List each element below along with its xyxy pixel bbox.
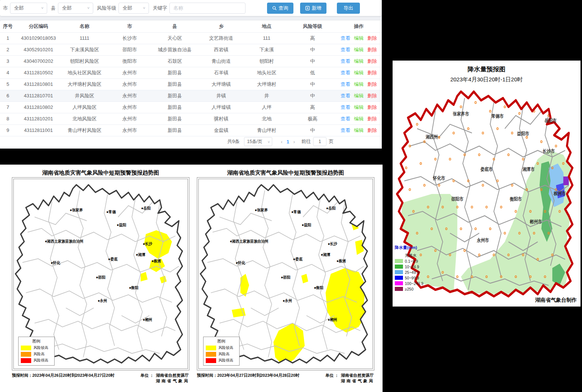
delete-link[interactable]: 删除	[367, 58, 377, 64]
view-link[interactable]: 查看	[341, 58, 350, 64]
legend-label: 25~49.9	[405, 270, 419, 275]
table-cell: 43112810802	[16, 101, 61, 113]
table-cell: 下未溪风险区	[61, 44, 108, 55]
map-city-label: 永州市	[477, 237, 489, 243]
edit-link[interactable]: 编辑	[354, 81, 364, 87]
legend-label: 风险很高	[218, 358, 233, 363]
map-city-label: 益阳市	[517, 131, 529, 136]
city-select[interactable]: 全部 ∨	[10, 3, 47, 14]
table-row: 643112810701井风险区永州市新田县井镇井中查看编辑删除	[0, 90, 381, 101]
view-link[interactable]: 查看	[341, 81, 350, 87]
table-cell: 新田县	[152, 101, 198, 113]
table-cell: 文艺路街道	[198, 32, 244, 44]
table-cell: 中	[289, 44, 336, 55]
trend-map-caption: 预报时间：2023年04月26日20时到2023年04月27日20时 单位 ： …	[12, 373, 189, 384]
legend-label: 10~24.9	[405, 265, 419, 269]
search-icon	[272, 6, 277, 10]
edit-link[interactable]: 编辑	[354, 127, 364, 133]
filter-bar: 市 全部 ∨ 县 全部 ∨ 风险等级 全部 ∨ 关键字 查询	[0, 0, 381, 16]
view-link[interactable]: 查看	[341, 104, 350, 110]
edit-link[interactable]: 编辑	[354, 104, 364, 110]
edit-link[interactable]: 编辑	[354, 58, 364, 64]
keyword-input[interactable]	[169, 3, 246, 14]
goto-page-input[interactable]	[313, 137, 326, 146]
delete-link[interactable]: 删除	[367, 127, 377, 133]
table-cell: 永州市	[108, 78, 152, 90]
page-number[interactable]: 1	[287, 139, 289, 145]
legend-item: 风险很高	[21, 358, 52, 363]
delete-link[interactable]: 删除	[367, 93, 377, 98]
view-link[interactable]: 查看	[341, 47, 350, 52]
col-header-place: 地点	[244, 20, 289, 32]
legend-item: 风险高	[206, 351, 237, 357]
table-cell: 43040700202	[16, 55, 61, 67]
precip-legend-item: 25~49.9	[395, 269, 436, 275]
table-row: 143010290180531111长沙市天心区文艺路街道111高查看编辑删除	[0, 32, 381, 44]
add-button[interactable]: 新增	[300, 3, 326, 14]
table-cell: 朝阳村	[244, 55, 289, 67]
table-cell: 2	[0, 44, 16, 55]
table-cell: 永州市	[108, 124, 152, 136]
county-select[interactable]: 全部 ∨	[58, 3, 93, 14]
delete-link[interactable]: 删除	[367, 47, 377, 52]
col-header-city: 市	[108, 20, 152, 32]
county-filter-label: 县	[51, 5, 56, 12]
export-button[interactable]: 导出	[337, 3, 360, 14]
screen: 市 全部 ∨ 县 全部 ∨ 风险等级 全部 ∨ 关键字 查询	[0, 0, 582, 392]
table-cell: 新田县	[152, 67, 198, 78]
search-button[interactable]: 查询	[267, 3, 293, 14]
risk-legend: 图例 风险较高风险高风险很高	[18, 337, 55, 366]
table-cell: 城步苗族自治县	[152, 44, 198, 55]
edit-link[interactable]: 编辑	[354, 93, 364, 98]
table-cell: 井风险区	[61, 90, 108, 101]
risk-zone-table: 序号 分区编码 名称 市 县 乡 地点 风险等级 操作 143010290180…	[0, 20, 381, 148]
edit-link[interactable]: 编辑	[354, 116, 364, 122]
delete-link[interactable]: 删除	[367, 116, 377, 122]
view-link[interactable]: 查看	[341, 116, 350, 122]
view-link[interactable]: 查看	[341, 127, 350, 133]
table-cell: 111	[244, 32, 289, 44]
view-link[interactable]: 查看	[341, 93, 350, 98]
delete-link[interactable]: 删除	[367, 70, 377, 75]
table-cell: 新田县	[152, 90, 198, 101]
table-cell: 1	[0, 32, 16, 44]
trend-maps-panel: 湖南省地质灾害气象风险中短期预警预报趋势图 ●湘西土家族苗族自治州●张家界●常德…	[0, 165, 383, 392]
delete-link[interactable]: 删除	[367, 35, 377, 41]
next-page-button[interactable]: ›	[293, 139, 295, 145]
legend-swatch	[206, 346, 216, 350]
delete-link[interactable]: 删除	[367, 104, 377, 110]
view-link[interactable]: 查看	[341, 35, 350, 41]
table-cell: 永州市	[108, 113, 152, 124]
page-size-select[interactable]: 15条/页 ∨	[244, 137, 272, 146]
delete-link[interactable]: 删除	[367, 81, 377, 87]
row-actions: 查看编辑删除	[336, 78, 381, 90]
table-cell: 中	[289, 78, 336, 90]
precip-map-subtitle: 2023年4月30日20时-1日20时	[393, 76, 581, 83]
keyword-filter-label: 关键字	[153, 5, 167, 12]
table-cell: 43112810201	[16, 113, 61, 124]
edit-link[interactable]: 编辑	[354, 70, 364, 75]
view-link[interactable]: 查看	[341, 70, 350, 75]
legend-swatch	[395, 281, 403, 285]
legend-label: 0.1~9.9	[405, 259, 418, 263]
legend-swatch	[21, 358, 31, 363]
unit-org-1: 湖南省自然资源厅	[341, 373, 374, 378]
legend-swatch	[206, 358, 216, 363]
risk-select[interactable]: 全部 ∨	[118, 3, 149, 14]
table-cell: 人坪	[244, 101, 289, 113]
edit-link[interactable]: 编辑	[354, 47, 364, 52]
edit-link[interactable]: 编辑	[354, 35, 364, 41]
table-cell: 下未溪	[244, 44, 289, 55]
legend-swatch	[395, 270, 403, 274]
col-header-county: 县	[152, 20, 198, 32]
prev-page-button[interactable]: ‹	[281, 139, 282, 145]
precipitation-panel: 降水量预报图 2023年4月30日20时-1日20时 张家界市常德市岳阳市益阳市…	[393, 61, 581, 307]
table-cell: 6	[0, 90, 16, 101]
table-cell: 高	[289, 101, 336, 113]
table-cell: 中	[289, 55, 336, 67]
table-cell: 新田县	[152, 78, 198, 90]
table-row: 943112811001青山坪村风险区永州市新田县金盆镇青山坪村中查看编辑删除	[0, 124, 381, 136]
table-cell: 永州市	[108, 101, 152, 113]
table-cell: 石鼓区	[152, 55, 198, 67]
trend-map-box: ●湘西土家族苗族自治州●张家界●常德●岳阳●益阳●长沙●湘潭●株洲●娄底●怀化●…	[197, 177, 374, 370]
